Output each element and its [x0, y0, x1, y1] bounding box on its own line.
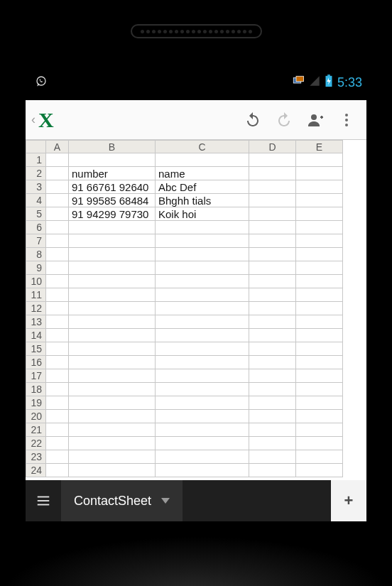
cell-B17[interactable]: [69, 369, 156, 383]
back-button[interactable]: ‹: [30, 112, 37, 127]
corner-cell[interactable]: [26, 141, 46, 153]
cell-C24[interactable]: [156, 464, 249, 477]
cell-D2[interactable]: [249, 167, 296, 180]
cell-A13[interactable]: [46, 315, 69, 329]
cell-D1[interactable]: [249, 153, 296, 167]
cell-C11[interactable]: [156, 288, 249, 302]
cell-A7[interactable]: [46, 234, 69, 248]
cell-B5[interactable]: 91 94299 79730: [69, 207, 156, 221]
cell-B24[interactable]: [69, 464, 156, 477]
cell-E16[interactable]: [296, 356, 343, 369]
col-header-B[interactable]: B: [69, 141, 156, 153]
cell-E15[interactable]: [296, 342, 343, 356]
cell-C22[interactable]: [156, 437, 249, 450]
cell-A10[interactable]: [46, 275, 69, 288]
cell-A16[interactable]: [46, 356, 69, 369]
cell-B21[interactable]: [69, 423, 156, 437]
undo-button[interactable]: [237, 104, 268, 136]
cell-D21[interactable]: [249, 423, 296, 437]
cell-E9[interactable]: [296, 261, 343, 275]
cell-A15[interactable]: [46, 342, 69, 356]
cell-C16[interactable]: [156, 356, 249, 369]
cell-A17[interactable]: [46, 369, 69, 383]
cell-E12[interactable]: [296, 302, 343, 315]
cell-E22[interactable]: [296, 437, 343, 450]
cell-A2[interactable]: [46, 167, 69, 180]
cell-C1[interactable]: [156, 153, 249, 167]
cell-B19[interactable]: [69, 396, 156, 410]
cell-C9[interactable]: [156, 261, 249, 275]
cell-D24[interactable]: [249, 464, 296, 477]
add-contact-button[interactable]: [300, 104, 331, 136]
cell-D10[interactable]: [249, 275, 296, 288]
cell-E13[interactable]: [296, 315, 343, 329]
cell-C10[interactable]: [156, 275, 249, 288]
more-button[interactable]: [331, 104, 362, 136]
cell-B15[interactable]: [69, 342, 156, 356]
row-header[interactable]: 20: [26, 410, 46, 423]
cell-C4[interactable]: Bhghh tials: [156, 194, 249, 207]
row-header[interactable]: 1: [26, 153, 46, 167]
row-header[interactable]: 10: [26, 275, 46, 288]
row-header[interactable]: 18: [26, 383, 46, 396]
cell-A23[interactable]: [46, 450, 69, 464]
cell-C3[interactable]: Abc Def: [156, 180, 249, 194]
cell-B8[interactable]: [69, 248, 156, 261]
row-header[interactable]: 24: [26, 464, 46, 477]
cell-D18[interactable]: [249, 383, 296, 396]
cell-C2[interactable]: name: [156, 167, 249, 180]
cell-A20[interactable]: [46, 410, 69, 423]
row-header[interactable]: 14: [26, 329, 46, 342]
cell-A11[interactable]: [46, 288, 69, 302]
cell-A22[interactable]: [46, 437, 69, 450]
cell-E2[interactable]: [296, 167, 343, 180]
cell-E20[interactable]: [296, 410, 343, 423]
cell-D8[interactable]: [249, 248, 296, 261]
app-logo[interactable]: X: [38, 108, 52, 132]
col-header-A[interactable]: A: [46, 141, 69, 153]
row-header[interactable]: 21: [26, 423, 46, 437]
row-header[interactable]: 16: [26, 356, 46, 369]
cell-B23[interactable]: [69, 450, 156, 464]
cell-C5[interactable]: Koik hoi: [156, 207, 249, 221]
cell-D22[interactable]: [249, 437, 296, 450]
cell-D13[interactable]: [249, 315, 296, 329]
cell-A24[interactable]: [46, 464, 69, 477]
cell-C7[interactable]: [156, 234, 249, 248]
cell-E5[interactable]: [296, 207, 343, 221]
row-header[interactable]: 5: [26, 207, 46, 221]
col-header-C[interactable]: C: [156, 141, 249, 153]
row-header[interactable]: 12: [26, 302, 46, 315]
row-header[interactable]: 19: [26, 396, 46, 410]
cell-A3[interactable]: [46, 180, 69, 194]
cell-B6[interactable]: [69, 221, 156, 234]
cell-E4[interactable]: [296, 194, 343, 207]
cell-B11[interactable]: [69, 288, 156, 302]
cell-D17[interactable]: [249, 369, 296, 383]
row-header[interactable]: 4: [26, 194, 46, 207]
cell-C17[interactable]: [156, 369, 249, 383]
row-header[interactable]: 7: [26, 234, 46, 248]
cell-B20[interactable]: [69, 410, 156, 423]
cell-A19[interactable]: [46, 396, 69, 410]
cell-E17[interactable]: [296, 369, 343, 383]
cell-E24[interactable]: [296, 464, 343, 477]
cell-A4[interactable]: [46, 194, 69, 207]
cell-D19[interactable]: [249, 396, 296, 410]
cell-B2[interactable]: number: [69, 167, 156, 180]
cell-E8[interactable]: [296, 248, 343, 261]
cell-E7[interactable]: [296, 234, 343, 248]
row-header[interactable]: 13: [26, 315, 46, 329]
cell-D14[interactable]: [249, 329, 296, 342]
cell-E1[interactable]: [296, 153, 343, 167]
row-header[interactable]: 22: [26, 437, 46, 450]
cell-A12[interactable]: [46, 302, 69, 315]
cell-B4[interactable]: 91 99585 68484: [69, 194, 156, 207]
cell-D23[interactable]: [249, 450, 296, 464]
cell-B16[interactable]: [69, 356, 156, 369]
cell-B3[interactable]: 91 66761 92640: [69, 180, 156, 194]
row-header[interactable]: 11: [26, 288, 46, 302]
row-header[interactable]: 2: [26, 167, 46, 180]
spreadsheet-grid[interactable]: A B C D E 12numbername391 66761 92640Abc…: [26, 140, 366, 480]
cell-B1[interactable]: [69, 153, 156, 167]
